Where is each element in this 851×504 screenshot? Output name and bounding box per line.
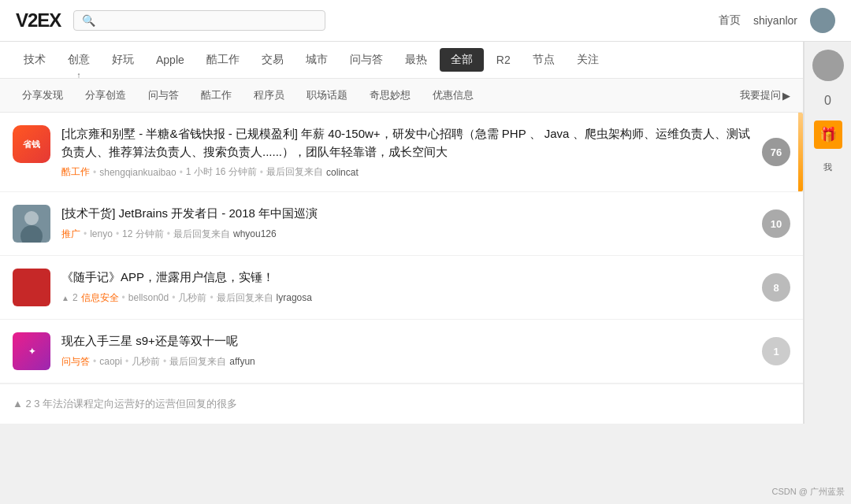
- post-author-1[interactable]: shengqiankuaibao: [99, 167, 176, 178]
- post-time-4: 几秒前: [132, 355, 160, 369]
- subnav-more-icon: ▶: [782, 90, 790, 102]
- tab-节点[interactable]: 节点: [522, 42, 566, 78]
- username: shiyanlor: [753, 14, 797, 27]
- post-title-2[interactable]: [技术干货] JetBrains 开发者日 - 2018 年中国巡演: [61, 205, 753, 223]
- post-content-1: [北京雍和别墅 - 半糖&省钱快报 - 已规模盈利] 年薪 40-150w+，研…: [61, 125, 753, 179]
- tab-好玩[interactable]: 好玩: [101, 42, 145, 78]
- post-item: 《随手记》APP，泄露用户信息，实锤！ ▲ 2 信息安全 • bellson0d…: [0, 256, 803, 320]
- featured-stripe: [798, 113, 803, 191]
- subnav-more-label: 我要提问: [740, 88, 781, 102]
- subnav-程序员[interactable]: 程序员: [244, 85, 294, 106]
- post-reply-author-2[interactable]: whyou126: [233, 228, 277, 239]
- post-last-reply-label-3: 最后回复来自: [217, 291, 273, 305]
- post-last-reply-label-1: 最后回复来自: [266, 165, 323, 179]
- post-author-3[interactable]: bellson0d: [128, 292, 169, 303]
- search-input[interactable]: [100, 14, 317, 27]
- post-time-2: 12 分钟前: [122, 228, 164, 241]
- tab-nav: 技术 创意 ↑ 好玩 Apple 酷工作 交易 城市 问与答 最热 全部 R2 …: [0, 42, 803, 79]
- subnav-more[interactable]: 我要提问 ▶: [740, 88, 790, 102]
- tab-R2[interactable]: R2: [485, 43, 522, 77]
- post-item: [技术干货] JetBrains 开发者日 - 2018 年中国巡演 推广 • …: [0, 192, 803, 256]
- post-author-2[interactable]: lenyo: [90, 228, 113, 239]
- post-tag-4[interactable]: 问与答: [61, 355, 90, 369]
- post-avatar-2: [13, 205, 50, 243]
- post-author-4[interactable]: caopi: [99, 356, 122, 367]
- post-title-4[interactable]: 现在入手三星 s9+还是等双十一呢: [61, 332, 753, 350]
- header-right: 首页 shiyanlor: [719, 8, 835, 33]
- main-panel: 技术 创意 ↑ 好玩 Apple 酷工作 交易 城市 问与答 最热 全部 R2 …: [0, 42, 804, 424]
- post-reply-author-3[interactable]: lyragosa: [277, 292, 312, 303]
- sub-nav: 分享发现 分享创造 问与答 酷工作 程序员 职场话题 奇思妙想 优惠信息 我要提…: [0, 79, 803, 113]
- header: V2EX 🔍 首页 shiyanlor: [0, 0, 851, 42]
- subnav-职场话题[interactable]: 职场话题: [297, 85, 357, 106]
- post-avatar-4: ✦: [13, 332, 50, 370]
- post-reply-author-1[interactable]: colincat: [326, 167, 359, 178]
- tab-交易[interactable]: 交易: [251, 42, 295, 78]
- subnav-分享发现[interactable]: 分享发现: [13, 85, 72, 106]
- reply-count-4: 1: [762, 337, 790, 365]
- post-tag-2[interactable]: 推广: [61, 228, 80, 241]
- post-content-4: 现在入手三星 s9+还是等双十一呢 问与答 • caopi • 几秒前 • 最后…: [61, 332, 753, 369]
- subnav-优惠信息[interactable]: 优惠信息: [423, 85, 483, 106]
- post-meta-1: 酷工作 • shengqiankuaibao • 1 小时 16 分钟前 • 最…: [61, 165, 753, 179]
- post-title-1[interactable]: [北京雍和别墅 - 半糖&省钱快报 - 已规模盈利] 年薪 40-150w+，研…: [61, 125, 753, 161]
- post-time-3: 几秒前: [178, 291, 206, 305]
- home-link[interactable]: 首页: [719, 13, 741, 28]
- subnav-分享创造[interactable]: 分享创造: [76, 85, 136, 106]
- reply-count-3: 8: [762, 273, 790, 302]
- sidebar-gift-icon[interactable]: 🎁: [814, 120, 842, 149]
- post-meta-4: 问与答 • caopi • 几秒前 • 最后回复来自 affyun: [61, 355, 753, 369]
- post-content-3: 《随手记》APP，泄露用户信息，实锤！ ▲ 2 信息安全 • bellson0d…: [61, 269, 753, 305]
- tab-Apple[interactable]: Apple: [145, 43, 195, 77]
- tab-城市[interactable]: 城市: [295, 42, 339, 78]
- subnav-问与答[interactable]: 问与答: [139, 85, 188, 106]
- post-content-2: [技术干货] JetBrains 开发者日 - 2018 年中国巡演 推广 • …: [61, 205, 753, 241]
- sidebar-zero: 0: [824, 94, 831, 108]
- right-sidebar: 0 🎁 我: [804, 42, 851, 424]
- reply-count-1: 76: [762, 138, 790, 166]
- more-posts-hint: ▲ 2 3 年法治课程定向运营好的运营但回复的很多: [0, 384, 803, 424]
- tab-问与答[interactable]: 问与答: [339, 42, 394, 78]
- tab-全部[interactable]: 全部: [440, 48, 484, 72]
- reply-count-2: 10: [762, 209, 790, 238]
- search-icon: 🔍: [82, 14, 95, 27]
- post-last-reply-label-4: 最后回复来自: [169, 355, 226, 369]
- post-meta-2: 推广 • lenyo • 12 分钟前 • 最后回复来自 whyou126: [61, 228, 753, 241]
- sidebar-avatar[interactable]: [812, 50, 844, 81]
- tab-酷工作[interactable]: 酷工作: [195, 42, 251, 78]
- post-meta-3: ▲ 2 信息安全 • bellson0d • 几秒前 • 最后回复来自 lyra…: [61, 291, 753, 305]
- logo: V2EX: [16, 9, 61, 32]
- upvote-count-3: 2: [72, 292, 78, 303]
- post-title-3[interactable]: 《随手记》APP，泄露用户信息，实锤！: [61, 269, 753, 287]
- subnav-酷工作[interactable]: 酷工作: [191, 85, 241, 106]
- search-container: 🔍: [73, 10, 325, 31]
- post-time-1: 1 小时 16 分钟前: [186, 165, 257, 179]
- tab-技术[interactable]: 技术: [13, 42, 57, 78]
- sidebar-me-label[interactable]: 我: [823, 161, 832, 173]
- post-tag-3[interactable]: 信息安全: [81, 291, 119, 305]
- post-reply-author-4[interactable]: affyun: [229, 356, 255, 367]
- post-avatar-3: [13, 269, 50, 306]
- post-tag-1[interactable]: 酷工作: [61, 165, 90, 179]
- tab-最热[interactable]: 最热: [394, 42, 438, 78]
- user-avatar[interactable]: [810, 8, 835, 33]
- post-item: 省钱 [北京雍和别墅 - 半糖&省钱快报 - 已规模盈利] 年薪 40-150w…: [0, 113, 803, 192]
- upvote-icon-3: ▲: [61, 294, 69, 302]
- post-item: ✦ 现在入手三星 s9+还是等双十一呢 问与答 • caopi • 几秒前 • …: [0, 320, 803, 384]
- subnav-奇思妙想[interactable]: 奇思妙想: [360, 85, 420, 106]
- post-last-reply-label-2: 最后回复来自: [173, 228, 230, 241]
- tab-关注[interactable]: 关注: [566, 42, 610, 78]
- post-avatar-1: 省钱: [13, 125, 50, 163]
- tab-创意[interactable]: 创意 ↑: [57, 42, 101, 78]
